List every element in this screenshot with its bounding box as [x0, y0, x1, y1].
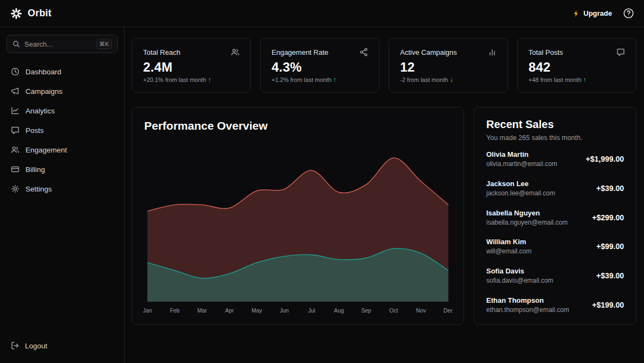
- message-icon: [616, 48, 625, 56]
- sales-list: Olivia Martin olivia.martin@email.com +$…: [486, 146, 624, 314]
- sale-amount: +$39.00: [596, 271, 624, 280]
- search-shortcut-badge: ⌘K: [96, 40, 112, 49]
- users-icon: [11, 145, 20, 154]
- search-input[interactable]: [24, 40, 92, 48]
- stat-title: Active Campaigns: [400, 48, 457, 56]
- sale-row: Olivia Martin olivia.martin@email.com +$…: [486, 150, 624, 168]
- svg-text:Feb: Feb: [170, 308, 179, 314]
- sidebar-item-label: Billing: [25, 165, 45, 174]
- svg-text:Jun: Jun: [280, 308, 289, 314]
- stats-row: Total Reach 2.4M +20.1% from last month …: [132, 38, 636, 93]
- sale-email: will@email.com: [486, 247, 532, 255]
- message-icon: [11, 126, 20, 135]
- upgrade-button[interactable]: Upgrade: [572, 9, 612, 17]
- stat-change-text: +20.1% from last month: [143, 77, 206, 83]
- app-title: Orbit: [28, 8, 51, 19]
- upgrade-label: Upgrade: [583, 9, 612, 17]
- panels: Performance Overview JanFebMarAprMayJunJ…: [132, 107, 636, 325]
- trend-up-icon: ↑: [583, 77, 587, 83]
- area-chart: JanFebMarAprMayJunJulAugSepOctNovDec: [143, 138, 453, 317]
- gear-icon: [11, 184, 20, 193]
- sale-row: Isabella Nguyen isabella.nguyen@email.co…: [486, 209, 624, 226]
- svg-text:Dec: Dec: [443, 308, 453, 314]
- sale-email: jackson.lee@email.com: [486, 189, 555, 197]
- recent-sales-subtitle: You made 265 sales this month.: [486, 134, 624, 142]
- sale-email: ethan.thompson@email.com: [486, 306, 569, 314]
- sidebar-item-settings[interactable]: Settings: [7, 180, 118, 198]
- help-circle-icon: [623, 8, 634, 19]
- svg-text:Oct: Oct: [389, 308, 398, 314]
- stat-card-total-reach: Total Reach 2.4M +20.1% from last month …: [132, 38, 251, 93]
- logout-button[interactable]: Logout: [7, 337, 118, 354]
- sidebar-item-label: Posts: [25, 126, 44, 135]
- stat-change-text: -2 from last month: [400, 77, 448, 83]
- recent-sales-title: Recent Sales: [486, 118, 624, 131]
- stat-change: -2 from last month ↓: [400, 77, 497, 83]
- sale-amount: +$39.00: [596, 184, 624, 193]
- logout-icon: [11, 341, 20, 350]
- search-icon: [12, 40, 20, 48]
- stat-value: 2.4M: [143, 60, 240, 75]
- sidebar-item-campaigns[interactable]: Campaigns: [7, 82, 118, 100]
- performance-chart: JanFebMarAprMayJunJulAugSepOctNovDec: [143, 138, 453, 317]
- sidebar-item-label: Campaigns: [25, 87, 62, 95]
- stat-card-total-posts: Total Posts 842 +48 from last month ↑: [517, 38, 636, 93]
- stat-title: Total Posts: [529, 48, 563, 56]
- orbit-logo-icon: [10, 7, 23, 20]
- app-window: Orbit Upgrade: [0, 0, 644, 363]
- svg-text:Apr: Apr: [225, 308, 234, 314]
- topbar: Orbit Upgrade: [0, 0, 644, 27]
- sale-name: Olivia Martin: [486, 150, 557, 158]
- sidebar-item-analytics[interactable]: Analytics: [7, 102, 118, 119]
- svg-text:Sep: Sep: [361, 308, 371, 314]
- search-box[interactable]: ⌘K: [7, 35, 118, 53]
- sidebar-item-posts[interactable]: Posts: [7, 122, 118, 139]
- sidebar-item-engagement[interactable]: Engagement: [7, 141, 118, 158]
- sidebar: ⌘K Dashboard Campaigns: [0, 27, 125, 363]
- sale-name: Jackson Lee: [486, 180, 555, 188]
- sidebar-item-dashboard[interactable]: Dashboard: [7, 63, 118, 80]
- svg-text:Jan: Jan: [143, 308, 152, 314]
- stat-change: +1.2% from last month ↑: [272, 77, 368, 83]
- sale-amount: +$299.00: [592, 213, 624, 222]
- main-content: Total Reach 2.4M +20.1% from last month …: [125, 27, 644, 363]
- sidebar-nav: Dashboard Campaigns Analytics: [7, 63, 118, 198]
- sale-amount: +$99.00: [596, 242, 624, 251]
- help-button[interactable]: [623, 8, 634, 19]
- sidebar-item-label: Dashboard: [25, 68, 61, 76]
- stat-value: 4.3%: [272, 60, 368, 75]
- sidebar-item-label: Settings: [25, 185, 52, 193]
- sale-row: William Kim will@email.com +$99.00: [486, 238, 624, 255]
- brand: Orbit: [10, 7, 51, 20]
- topbar-actions: Upgrade: [572, 8, 634, 19]
- trend-up-icon: ↑: [208, 77, 211, 83]
- svg-text:Jul: Jul: [308, 308, 315, 314]
- trend-down-icon: ↓: [450, 77, 453, 83]
- megaphone-icon: [11, 87, 20, 95]
- sale-email: sofia.davis@email.com: [486, 277, 553, 284]
- stat-change-text: +1.2% from last month: [272, 77, 331, 83]
- sale-name: Isabella Nguyen: [486, 209, 568, 217]
- logout-label: Logout: [25, 342, 47, 350]
- sidebar-item-billing[interactable]: Billing: [7, 161, 118, 178]
- clock-icon: [11, 67, 20, 76]
- sale-amount: +$1,999.00: [586, 155, 624, 163]
- sale-row: Ethan Thompson ethan.thompson@email.com …: [486, 296, 624, 314]
- trend-up-icon: ↑: [333, 77, 336, 83]
- line-chart-icon: [11, 106, 20, 115]
- sale-name: Ethan Thompson: [486, 296, 569, 304]
- stat-change: +48 from last month ↑: [529, 77, 625, 83]
- sale-email: olivia.martin@email.com: [486, 160, 557, 168]
- stat-title: Engagement Rate: [272, 48, 329, 56]
- svg-text:Mar: Mar: [197, 308, 207, 314]
- svg-text:Nov: Nov: [416, 308, 426, 314]
- stat-card-active-campaigns: Active Campaigns 12 -2 from last month ↓: [389, 38, 508, 93]
- stat-title: Total Reach: [143, 48, 181, 56]
- sale-amount: +$199.00: [592, 301, 624, 309]
- recent-sales-panel: Recent Sales You made 265 sales this mon…: [474, 107, 636, 325]
- sidebar-item-label: Engagement: [25, 146, 67, 154]
- svg-text:May: May: [252, 308, 262, 314]
- stat-card-engagement-rate: Engagement Rate 4.3% +1.2% from last mon…: [260, 38, 379, 93]
- svg-text:Aug: Aug: [334, 308, 344, 314]
- stat-change: +20.1% from last month ↑: [143, 77, 240, 83]
